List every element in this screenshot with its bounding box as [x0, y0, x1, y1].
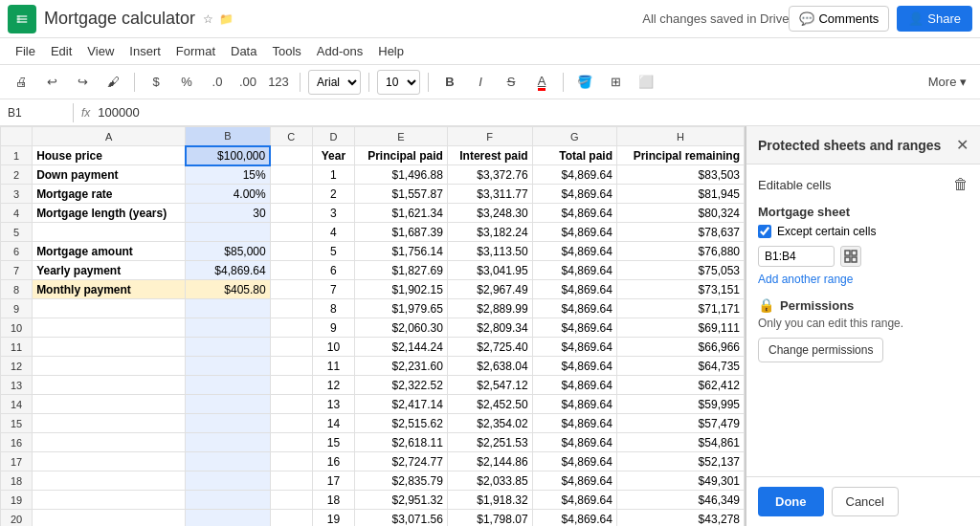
cell-h3[interactable]: $81,945 [616, 185, 744, 204]
cell-h1[interactable]: Principal remaining [616, 146, 744, 165]
cancel-button[interactable]: Cancel [832, 487, 899, 516]
cell-c10[interactable] [270, 318, 312, 338]
panel-close-button[interactable]: ✕ [956, 136, 969, 154]
cell-a17[interactable] [33, 452, 186, 471]
cell-e19[interactable]: $2,951.32 [355, 491, 448, 510]
cell-c18[interactable] [270, 471, 312, 491]
cell-a16[interactable] [33, 433, 186, 452]
done-button[interactable]: Done [758, 487, 824, 516]
cell-d3[interactable]: 2 [312, 185, 354, 204]
cell-f7[interactable]: $3,041.95 [447, 261, 532, 280]
formula-value[interactable]: 100000 [98, 105, 139, 120]
menu-addons[interactable]: Add-ons [309, 42, 370, 60]
cell-b15[interactable] [186, 414, 270, 433]
col-header-e[interactable]: E [355, 127, 448, 146]
cell-g8[interactable]: $4,869.64 [532, 280, 616, 299]
cell-h14[interactable]: $59,995 [616, 395, 744, 414]
cell-g4[interactable]: $4,869.64 [532, 204, 616, 223]
redo-button[interactable]: ↪ [69, 69, 96, 96]
cell-e8[interactable]: $1,902.15 [355, 280, 448, 299]
cell-a18[interactable] [33, 471, 186, 491]
cell-b12[interactable] [186, 357, 270, 376]
cell-e15[interactable]: $2,515.62 [355, 414, 448, 433]
cell-d10[interactable]: 9 [312, 318, 354, 338]
decrease-decimal-button[interactable]: .0 [204, 69, 231, 96]
cell-b6[interactable]: $85,000 [186, 242, 270, 261]
cell-f15[interactable]: $2,354.02 [447, 414, 532, 433]
cell-h9[interactable]: $71,171 [616, 299, 744, 318]
cell-g1[interactable]: Total paid [532, 146, 616, 165]
cell-f13[interactable]: $2,547.12 [447, 376, 532, 395]
cell-h5[interactable]: $78,637 [616, 223, 744, 242]
cell-g19[interactable]: $4,869.64 [532, 491, 616, 510]
add-range-button[interactable]: Add another range [758, 273, 969, 286]
change-permissions-button[interactable]: Change permissions [758, 338, 883, 362]
cell-e13[interactable]: $2,322.52 [355, 376, 448, 395]
menu-view[interactable]: View [79, 42, 122, 60]
cell-d4[interactable]: 3 [312, 204, 354, 223]
cell-d9[interactable]: 8 [312, 299, 354, 318]
cell-a9[interactable] [33, 299, 186, 318]
cell-b16[interactable] [186, 433, 270, 452]
cell-h19[interactable]: $46,349 [616, 491, 744, 510]
cell-c8[interactable] [270, 280, 312, 299]
cell-a4[interactable]: Mortgage length (years) [33, 204, 186, 223]
cell-e3[interactable]: $1,557.87 [355, 185, 448, 204]
cell-e7[interactable]: $1,827.69 [355, 261, 448, 280]
cell-e5[interactable]: $1,687.39 [355, 223, 448, 242]
cell-b2[interactable]: 15% [186, 165, 270, 185]
cell-c1[interactable] [270, 146, 312, 165]
cell-a8[interactable]: Monthly payment [33, 280, 186, 299]
cell-h8[interactable]: $73,151 [616, 280, 744, 299]
cell-reference[interactable]: B1 [8, 106, 65, 120]
cell-a6[interactable]: Mortgage amount [33, 242, 186, 261]
cell-d19[interactable]: 18 [312, 491, 354, 510]
cell-e1[interactable]: Principal paid [355, 146, 448, 165]
cell-c2[interactable] [270, 165, 312, 185]
folder-icon[interactable]: 📁 [219, 12, 234, 26]
cell-d16[interactable]: 15 [312, 433, 354, 452]
bold-button[interactable]: B [436, 69, 463, 96]
cell-g3[interactable]: $4,869.64 [532, 185, 616, 204]
cell-g5[interactable]: $4,869.64 [532, 223, 616, 242]
cell-h4[interactable]: $80,324 [616, 204, 744, 223]
col-header-g[interactable]: G [532, 127, 616, 146]
cell-b17[interactable] [186, 452, 270, 471]
cell-h2[interactable]: $83,503 [616, 165, 744, 185]
cell-g18[interactable]: $4,869.64 [532, 471, 616, 491]
more-formats-button[interactable]: 123 [265, 69, 292, 96]
cell-f9[interactable]: $2,889.99 [447, 299, 532, 318]
cell-h20[interactable]: $43,278 [616, 510, 744, 527]
cell-c6[interactable] [270, 242, 312, 261]
cell-f5[interactable]: $3,182.24 [447, 223, 532, 242]
cell-h17[interactable]: $52,137 [616, 452, 744, 471]
cell-d11[interactable]: 10 [312, 338, 354, 357]
cell-b14[interactable] [186, 395, 270, 414]
cell-g9[interactable]: $4,869.64 [532, 299, 616, 318]
cell-f18[interactable]: $2,033.85 [447, 471, 532, 491]
cell-g14[interactable]: $4,869.64 [532, 395, 616, 414]
cell-d18[interactable]: 17 [312, 471, 354, 491]
cell-b11[interactable] [186, 338, 270, 357]
cell-h7[interactable]: $75,053 [616, 261, 744, 280]
borders-button[interactable]: ⊞ [602, 69, 629, 96]
cell-g20[interactable]: $4,869.64 [532, 510, 616, 527]
cell-g10[interactable]: $4,869.64 [532, 318, 616, 338]
cell-g16[interactable]: $4,869.64 [532, 433, 616, 452]
cell-d12[interactable]: 11 [312, 357, 354, 376]
cell-h6[interactable]: $76,880 [616, 242, 744, 261]
col-header-h[interactable]: H [616, 127, 744, 146]
cell-d7[interactable]: 6 [312, 261, 354, 280]
cell-h12[interactable]: $64,735 [616, 357, 744, 376]
cell-e20[interactable]: $3,071.56 [355, 510, 448, 527]
cell-g6[interactable]: $4,869.64 [532, 242, 616, 261]
cell-e11[interactable]: $2,144.24 [355, 338, 448, 357]
cell-b8[interactable]: $405.80 [186, 280, 270, 299]
cell-c7[interactable] [270, 261, 312, 280]
range-grid-icon[interactable] [840, 246, 861, 267]
cell-e4[interactable]: $1,621.34 [355, 204, 448, 223]
range-input[interactable] [758, 246, 835, 267]
cell-e14[interactable]: $2,417.14 [355, 395, 448, 414]
cell-e17[interactable]: $2,724.77 [355, 452, 448, 471]
cell-h15[interactable]: $57,479 [616, 414, 744, 433]
